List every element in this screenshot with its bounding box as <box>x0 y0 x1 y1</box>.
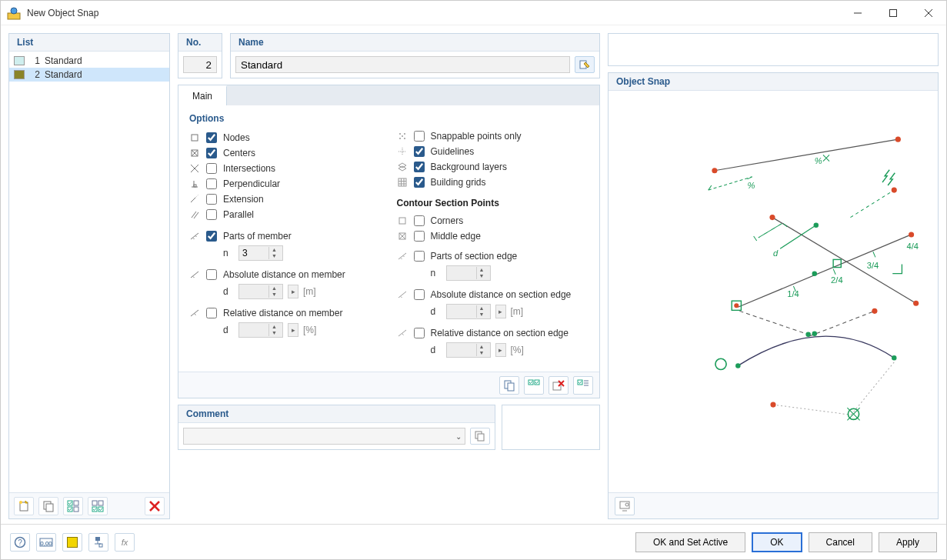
svg-point-41 <box>399 133 401 135</box>
close-button[interactable] <box>911 1 946 25</box>
tree-button[interactable] <box>88 533 108 552</box>
copy-options-button[interactable] <box>499 376 519 395</box>
rel-member-unit: [%] <box>303 325 316 335</box>
new-button[interactable] <box>14 497 34 515</box>
rel-member-checkbox[interactable] <box>206 308 217 318</box>
list-item-index: 1 <box>29 55 40 66</box>
options-toolbar <box>178 372 599 398</box>
rel-edge-checkbox[interactable] <box>414 328 425 338</box>
svg-point-44 <box>399 138 401 139</box>
svg-rect-123 <box>99 544 102 547</box>
intersections-label: Intersections <box>223 163 275 174</box>
no-panel: No. <box>178 33 222 78</box>
abs-edge-d-label: d <box>431 306 442 317</box>
clear-all-button[interactable] <box>549 376 569 395</box>
ok-set-active-button[interactable]: OK and Set Active <box>635 532 745 552</box>
list-panel: List 1 Standard 2 Standard <box>8 33 170 519</box>
cancel-button[interactable]: Cancel <box>809 532 872 552</box>
guidelines-icon <box>397 146 408 157</box>
list-body[interactable]: 1 Standard 2 Standard <box>9 52 169 492</box>
select-all-button[interactable] <box>524 376 544 395</box>
bg-layers-checkbox[interactable] <box>414 162 425 172</box>
name-field[interactable] <box>235 56 570 73</box>
svg-rect-29 <box>194 185 196 187</box>
svg-point-42 <box>404 133 405 135</box>
svg-rect-16 <box>92 507 97 512</box>
comment-combo[interactable]: ⌄ <box>183 428 465 445</box>
svg-text:d: d <box>773 248 779 258</box>
uncheck-all-button[interactable] <box>88 497 108 515</box>
svg-point-43 <box>402 135 403 137</box>
parts-edge-checkbox[interactable] <box>414 251 425 262</box>
options-header: Options <box>189 113 382 124</box>
abs-member-checkbox[interactable] <box>206 269 217 280</box>
list-item[interactable]: 2 Standard <box>9 68 169 82</box>
edit-name-button[interactable] <box>575 56 595 73</box>
corners-checkbox[interactable] <box>414 215 425 226</box>
rel-member-icon <box>189 308 200 318</box>
rel-member-step-button[interactable]: ▸ <box>288 323 298 337</box>
svg-rect-53 <box>399 218 405 224</box>
default-button[interactable] <box>573 376 593 395</box>
rel-edge-d-label: d <box>431 345 442 355</box>
middle-edge-label: Middle edge <box>431 231 481 242</box>
parallel-checkbox[interactable] <box>206 209 217 220</box>
snappable-checkbox[interactable] <box>414 131 425 142</box>
middle-edge-icon <box>397 231 408 242</box>
parts-member-n-input[interactable] <box>239 246 268 260</box>
rel-edge-step-button[interactable]: ▸ <box>495 343 506 357</box>
fx-button[interactable]: fx <box>115 533 135 552</box>
preview-tool-button[interactable] <box>615 497 635 515</box>
tabbar: Main <box>178 85 600 105</box>
ok-button[interactable]: OK <box>752 532 802 552</box>
guidelines-checkbox[interactable] <box>414 146 425 157</box>
svg-rect-48 <box>398 178 406 186</box>
tab-main[interactable]: Main <box>178 85 227 105</box>
svg-rect-12 <box>74 501 78 505</box>
svg-rect-68 <box>553 382 561 390</box>
delete-button[interactable] <box>145 497 165 515</box>
middle-edge-checkbox[interactable] <box>414 231 425 242</box>
list-item[interactable]: 1 Standard <box>9 54 169 68</box>
library-button[interactable] <box>470 428 490 445</box>
name-header: Name <box>231 34 599 52</box>
check-all-button[interactable] <box>63 497 83 515</box>
apply-button[interactable]: Apply <box>879 532 937 552</box>
preview-panel: Object Snap <box>608 72 939 519</box>
parts-member-n-spinner[interactable]: ▲▼ <box>238 245 283 261</box>
intersections-checkbox[interactable] <box>206 163 217 174</box>
aux-panel <box>502 405 600 450</box>
abs-member-icon <box>189 269 200 280</box>
parts-member-n-label: n <box>223 248 234 258</box>
preview-canvas[interactable]: % % <box>613 95 933 488</box>
extension-checkbox[interactable] <box>206 194 217 205</box>
svg-line-107 <box>851 360 895 415</box>
abs-edge-checkbox[interactable] <box>414 289 425 300</box>
parts-member-checkbox[interactable] <box>206 231 217 242</box>
centers-label: Centers <box>223 148 255 158</box>
preview-toolbar <box>609 492 938 518</box>
abs-member-d-input <box>239 285 268 298</box>
centers-checkbox[interactable] <box>206 148 217 158</box>
nodes-icon <box>189 132 200 143</box>
svg-point-1 <box>11 8 17 14</box>
extension-label: Extension <box>223 194 264 205</box>
copy-button[interactable] <box>38 497 58 515</box>
units-button[interactable]: 0,00 <box>36 533 56 552</box>
nodes-checkbox[interactable] <box>206 132 217 143</box>
help-button[interactable]: ? <box>10 533 30 552</box>
abs-edge-step-button[interactable]: ▸ <box>495 305 506 318</box>
perpendicular-checkbox[interactable] <box>206 178 217 189</box>
rel-edge-unit: [%] <box>511 345 524 355</box>
extension-icon <box>189 194 200 205</box>
minimize-button[interactable] <box>840 1 875 25</box>
svg-rect-17 <box>98 507 103 512</box>
building-grids-checkbox[interactable] <box>414 177 425 188</box>
svg-line-61 <box>401 297 402 298</box>
no-field[interactable] <box>183 56 217 73</box>
maximize-button[interactable] <box>875 1 911 25</box>
svg-point-84 <box>913 301 919 306</box>
abs-member-step-button[interactable]: ▸ <box>288 285 298 298</box>
color-button[interactable] <box>62 533 82 552</box>
parts-edge-n-label: n <box>431 268 442 278</box>
